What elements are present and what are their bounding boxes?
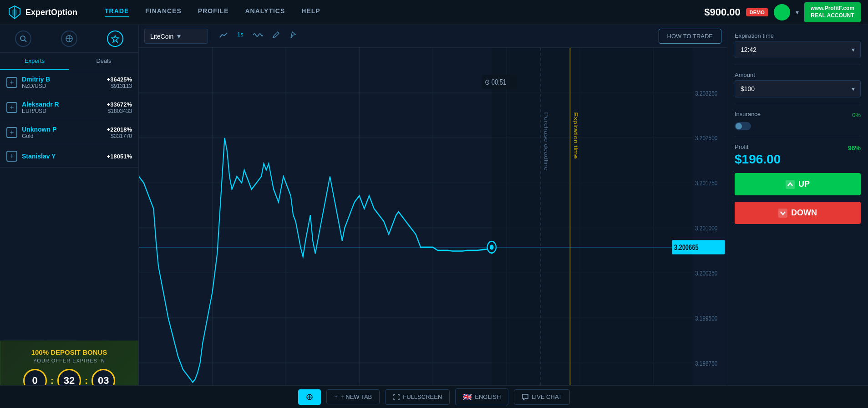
- marker-icon[interactable]: [287, 29, 299, 43]
- logo-text: ExpertOption: [25, 8, 77, 17]
- expert-item-1[interactable]: + Aleksandr R EUR/USD +33672% $1803433: [0, 95, 138, 120]
- top-nav: ExpertOption TRADE FINANCES PROFILE ANAL…: [0, 0, 868, 25]
- expiration-section: Expiration time 12:42 ▾: [735, 32, 861, 58]
- expert-pct-0: +36425%: [107, 76, 132, 83]
- svg-text:3.200250: 3.200250: [695, 269, 718, 277]
- svg-rect-26: [492, 48, 692, 408]
- amount-section: Amount $100 ▾: [735, 71, 861, 97]
- expert-name-2: Unknown P: [22, 126, 107, 133]
- profit-section: Profit 96% $196.00: [735, 143, 861, 167]
- left-sidebar: Experts Deals + Dmitriy B NZD/USD +36425…: [0, 25, 139, 408]
- expert-item-2[interactable]: + Unknown P Gold +22018% $331770: [0, 120, 138, 145]
- expert-pct-3: +18051%: [107, 153, 132, 160]
- nav-trade[interactable]: TRADE: [105, 7, 129, 17]
- chart-icons: 1s: [217, 29, 299, 43]
- expiration-dropdown-arrow: ▾: [852, 46, 855, 53]
- expert-amount-1: $1803433: [107, 108, 132, 114]
- svg-point-29: [490, 245, 494, 250]
- amount-select[interactable]: $100 ▾: [735, 80, 861, 97]
- balance-display: $900.00: [704, 6, 741, 18]
- star-icon[interactable]: [107, 31, 123, 47]
- nav-analytics[interactable]: ANALYTICS: [245, 7, 285, 17]
- live-chat-button[interactable]: LIVE CHAT: [514, 389, 569, 405]
- add-expert-1[interactable]: +: [6, 102, 17, 113]
- new-tab-icon: +: [334, 393, 338, 400]
- wavy-line-icon[interactable]: [251, 29, 264, 43]
- insurance-toggle-knob: [736, 123, 742, 129]
- down-button[interactable]: DOWN: [735, 202, 861, 224]
- logo-icon: [7, 5, 22, 20]
- divider-2: [735, 104, 861, 104]
- insurance-section: Insurance 0%: [735, 111, 861, 130]
- expert-pair-1: EUR/USD: [22, 108, 107, 114]
- nav-finances[interactable]: FINANCES: [145, 7, 182, 17]
- svg-text:⊙ 00:51: ⊙ 00:51: [485, 77, 506, 86]
- fullscreen-button[interactable]: FULLSCREEN: [385, 389, 450, 405]
- profit-pct: 96%: [848, 144, 861, 152]
- account-dropdown-arrow[interactable]: ▾: [796, 9, 799, 16]
- svg-line-4: [25, 40, 26, 42]
- svg-text:3.198750: 3.198750: [695, 359, 718, 367]
- divider-3: [735, 137, 861, 137]
- line-chart-icon[interactable]: [217, 29, 230, 43]
- chart-area: LiteCoin ▾ 1s HOW TO TRADE: [139, 25, 727, 408]
- expert-list: + Dmitriy B NZD/USD +36425% $913113 + Al…: [0, 70, 138, 341]
- avatar[interactable]: [774, 4, 790, 20]
- svg-text:3.201750: 3.201750: [695, 179, 718, 187]
- up-button[interactable]: UP: [735, 173, 861, 195]
- tab-experts[interactable]: Experts: [0, 53, 69, 70]
- sidebar-icons: [0, 25, 138, 53]
- expiration-label: Expiration time: [735, 32, 861, 39]
- expiration-value: 12:42: [741, 46, 756, 53]
- svg-rect-61: [786, 180, 795, 189]
- svg-text:3.200665: 3.200665: [674, 243, 699, 251]
- asset-name: LiteCoin: [150, 33, 173, 40]
- asset-dropdown-arrow: ▾: [177, 32, 181, 41]
- tab-deals[interactable]: Deals: [69, 53, 138, 70]
- expert-item-0[interactable]: + Dmitriy B NZD/USD +36425% $913113: [0, 70, 138, 95]
- demo-badge: DEMO: [746, 8, 768, 16]
- nav-help[interactable]: HELP: [301, 7, 320, 17]
- expert-item-3[interactable]: + Stanislav Y +18051%: [0, 145, 138, 168]
- chart-icon[interactable]: [61, 31, 77, 47]
- amount-dropdown-arrow: ▾: [852, 85, 855, 92]
- profit-amount: $196.00: [735, 152, 861, 167]
- svg-text:3.201000: 3.201000: [695, 224, 718, 232]
- expiration-select[interactable]: 12:42 ▾: [735, 41, 861, 58]
- svg-marker-8: [112, 36, 119, 42]
- svg-rect-62: [778, 209, 787, 218]
- svg-text:3.203250: 3.203250: [695, 89, 718, 97]
- timeframe-btn[interactable]: 1s: [235, 29, 245, 43]
- add-expert-3[interactable]: +: [6, 151, 17, 162]
- new-tab-button[interactable]: + + NEW TAB: [326, 389, 380, 404]
- expert-amount-2: $331770: [107, 133, 132, 139]
- insurance-toggle[interactable]: [735, 122, 751, 130]
- add-expert-0[interactable]: +: [6, 77, 17, 88]
- expert-name-1: Aleksandr R: [22, 101, 107, 108]
- pencil-icon[interactable]: [270, 29, 282, 43]
- fullscreen-icon: [393, 393, 400, 401]
- nav-profile[interactable]: PROFILE: [198, 7, 229, 17]
- crosshair-button[interactable]: [298, 389, 321, 405]
- insurance-label: Insurance: [735, 111, 761, 117]
- expert-pct-2: +22018%: [107, 126, 132, 133]
- asset-selector[interactable]: LiteCoin ▾: [144, 29, 208, 44]
- expert-pct-1: +33672%: [107, 101, 132, 108]
- amount-label: Amount: [735, 71, 861, 78]
- main-layout: Experts Deals + Dmitriy B NZD/USD +36425…: [0, 25, 868, 408]
- language-button[interactable]: 🇬🇧 ENGLISH: [455, 388, 508, 405]
- profit-label: Profit: [735, 143, 748, 150]
- bonus-title: 100% DEPOSIT BONUS: [7, 348, 132, 356]
- svg-point-3: [20, 36, 25, 41]
- add-expert-2[interactable]: +: [6, 127, 17, 138]
- real-account-button[interactable]: www.ProfitF.com REAL ACCOUNT: [804, 2, 861, 22]
- chat-icon: [522, 393, 529, 401]
- bonus-subtitle: YOUR OFFER EXPIRES IN: [7, 358, 132, 363]
- nav-right: $900.00 DEMO ▾ www.ProfitF.com REAL ACCO…: [704, 2, 861, 22]
- search-icon[interactable]: [15, 31, 31, 47]
- how-to-trade-button[interactable]: HOW TO TRADE: [659, 29, 721, 44]
- logo: ExpertOption: [7, 5, 77, 20]
- chart-toolbar: LiteCoin ▾ 1s HOW TO TRADE: [139, 25, 727, 48]
- expert-name-3: Stanislav Y: [22, 153, 107, 160]
- svg-text:Expiration time: Expiration time: [573, 112, 579, 159]
